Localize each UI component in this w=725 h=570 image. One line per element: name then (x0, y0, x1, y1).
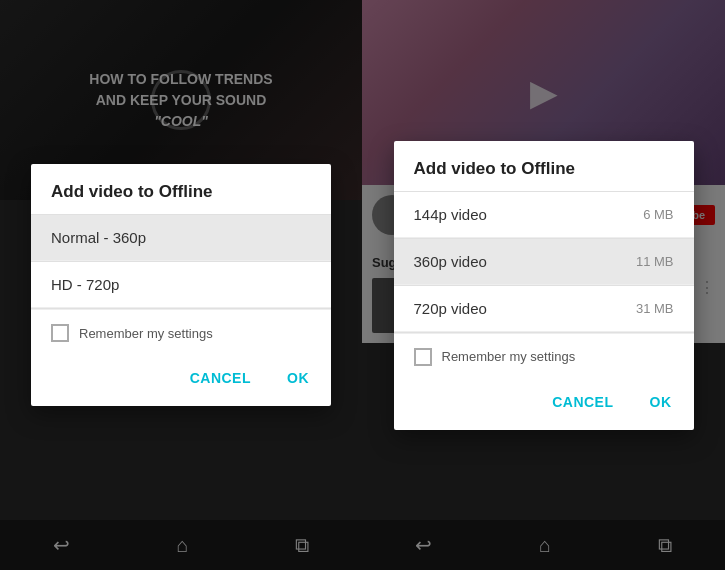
left-dialog-actions: CANCEL OK (31, 356, 331, 406)
option-hd-720p[interactable]: HD - 720p (31, 262, 331, 308)
option-720p[interactable]: 720p video 31 MB (394, 286, 694, 332)
right-phone-panel: ▶ D 2 K 6 75,207 subscribers Subscribe S… (362, 0, 725, 570)
left-dialog-overlay: Add video to Offline Normal - 360p HD - … (0, 0, 362, 570)
right-dialog-title: Add video to Offline (394, 141, 694, 191)
left-ok-button[interactable]: OK (279, 366, 317, 390)
size-360p: 11 MB (636, 254, 674, 269)
size-720p: 31 MB (636, 301, 674, 316)
size-144p: 6 MB (643, 207, 673, 222)
option-normal-360p[interactable]: Normal - 360p (31, 215, 331, 261)
remember-settings-row[interactable]: Remember my settings (31, 309, 331, 356)
option-144p[interactable]: 144p video 6 MB (394, 192, 694, 238)
left-dialog: Add video to Offline Normal - 360p HD - … (31, 164, 331, 406)
right-cancel-button[interactable]: CANCEL (544, 390, 621, 414)
left-dialog-title: Add video to Offline (31, 164, 331, 214)
right-remember-settings-label: Remember my settings (442, 349, 576, 364)
option-360p[interactable]: 360p video 11 MB (394, 239, 694, 285)
right-remember-settings-row[interactable]: Remember my settings (394, 333, 694, 380)
right-dialog: Add video to Offline 144p video 6 MB 360… (394, 141, 694, 430)
right-remember-checkbox[interactable] (414, 348, 432, 366)
right-dialog-actions: CANCEL OK (394, 380, 694, 430)
remember-checkbox[interactable] (51, 324, 69, 342)
right-dialog-overlay: Add video to Offline 144p video 6 MB 360… (362, 0, 725, 570)
right-ok-button[interactable]: OK (642, 390, 680, 414)
remember-settings-label: Remember my settings (79, 326, 213, 341)
left-cancel-button[interactable]: CANCEL (182, 366, 259, 390)
left-phone-panel: HOW TO FOLLOW TRENDS AND KEEP YOUR SOUND… (0, 0, 362, 570)
